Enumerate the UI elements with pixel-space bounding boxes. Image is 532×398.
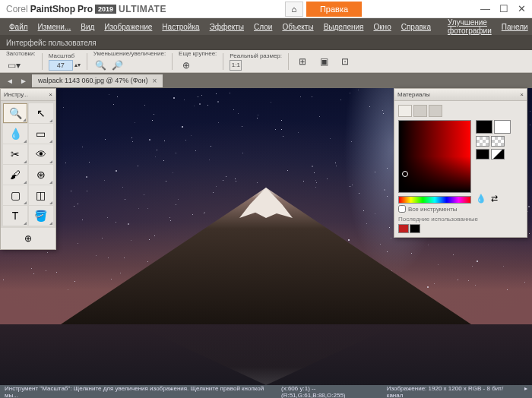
fill-tool[interactable]: 🪣 <box>29 206 53 226</box>
brand-corel: Corel <box>6 4 28 14</box>
menu-справка[interactable]: Справка <box>397 21 435 33</box>
shape-tool[interactable]: ▢ <box>3 185 27 205</box>
document-tabs: ◄ ► walpack 1143 060.jpg @ 47% (Фон) × <box>0 73 532 88</box>
menu-изображение[interactable]: Изображение <box>100 21 157 33</box>
actual-size-icon[interactable]: 1:1 <box>230 60 242 71</box>
all-tools-checkbox[interactable] <box>398 205 406 213</box>
zoom-tool[interactable]: 🔍 <box>3 103 27 123</box>
zoom-label: Масштаб <box>49 52 81 59</box>
menu-улучшение-фотографии[interactable]: Улучшение фотографии <box>443 17 496 36</box>
interface-bar: Интерфейс пользователя <box>0 35 532 50</box>
materials-panel-title: Материалы <box>397 91 430 98</box>
status-bar: Инструмент "Масштаб": Щелкните для увели… <box>0 385 532 398</box>
home-button[interactable]: ⌂ <box>285 2 303 17</box>
brush-tool[interactable]: 🖌 <box>3 165 27 185</box>
select-tool[interactable]: ▭ <box>29 124 53 144</box>
recent-color-swatch[interactable] <box>410 224 420 233</box>
menu-файл[interactable]: Файл <box>5 21 33 33</box>
status-tool-hint: Инструмент "Масштаб": Щелкните для увели… <box>5 385 277 399</box>
interface-label: Интерфейс пользователя <box>6 39 97 47</box>
zoom-input[interactable]: 47 <box>49 60 73 71</box>
text-tool[interactable]: T <box>3 206 27 226</box>
crop-tool[interactable]: ✂ <box>3 144 27 164</box>
workspace-tab-edit[interactable]: Правка <box>306 2 362 17</box>
materials-tab-frame[interactable] <box>398 105 412 117</box>
workspace: Инстру... × 🔍↖💧▭✂👁🖌⊛▢◫T🪣 ⊕ Материалы × <box>0 88 532 385</box>
maximize-button[interactable]: ☐ <box>499 3 508 14</box>
tab-prev-icon[interactable]: ◄ <box>5 77 15 85</box>
texture2-swatch[interactable] <box>491 136 505 147</box>
all-tools-label: Все инструменты <box>408 206 458 213</box>
zoomctl-label: Уменьшение/увеличение: <box>93 50 166 57</box>
brand-pro: Pro <box>78 4 93 14</box>
eyedropper-tool[interactable]: 💧 <box>3 124 27 144</box>
redeye-tool[interactable]: 👁 <box>29 144 53 164</box>
options-bar: Заготовки: ▭▾ Масштаб 47 ▴▾ Уменьшение/у… <box>0 50 532 73</box>
mini-fg-swatch[interactable] <box>476 149 489 160</box>
tools-panel: Инстру... × 🔍↖💧▭✂👁🖌⊛▢◫T🪣 ⊕ <box>0 88 56 250</box>
brand-paintshop: PaintShop <box>30 4 75 14</box>
fit2-icon[interactable]: ▣ <box>316 54 331 69</box>
background-swatch[interactable] <box>494 120 511 134</box>
zoom-in-icon[interactable]: 🔎 <box>110 58 125 73</box>
recent-color-swatch[interactable] <box>398 224 409 233</box>
menu-эффекты[interactable]: Эффекты <box>205 21 249 33</box>
erase-tool[interactable]: ◫ <box>29 185 53 205</box>
tools-panel-close-icon[interactable]: × <box>49 91 52 98</box>
menu-слои[interactable]: Слои <box>249 21 277 33</box>
document-tab-label: walpack 1143 060.jpg @ 47% (Фон) <box>38 77 148 84</box>
materials-tab-rainbow[interactable] <box>413 105 427 117</box>
document-tab[interactable]: walpack 1143 060.jpg @ 47% (Фон) × <box>32 74 163 87</box>
menu-выделения[interactable]: Выделения <box>319 21 369 33</box>
hue-slider[interactable] <box>398 196 471 204</box>
menu-настройка[interactable]: Настройка <box>157 21 204 33</box>
app-title: Corel PaintShop Pro 2019 ULTIMATE <box>6 4 166 14</box>
fit-icon[interactable]: ⊞ <box>295 54 310 69</box>
close-button[interactable]: ✕ <box>518 3 526 14</box>
menu-окно[interactable]: Окно <box>369 21 395 33</box>
menu-вид[interactable]: Вид <box>76 21 99 33</box>
zoom-more-icon[interactable]: ⊕ <box>179 58 194 73</box>
materials-panel-close-icon[interactable]: × <box>520 91 524 98</box>
menu-bar: ФайлИзмени...ВидИзображениеНастройкаЭффе… <box>0 18 532 35</box>
swap-icon[interactable]: ⇄ <box>491 194 498 204</box>
materials-panel: Материалы × <box>394 88 527 238</box>
clone-tool[interactable]: ⊛ <box>29 165 53 185</box>
texture-swatch[interactable] <box>476 136 489 147</box>
pointer-tool[interactable]: ↖ <box>29 103 53 123</box>
tools-panel-title: Инстру... <box>4 91 28 98</box>
tool-more-icon[interactable]: ⊕ <box>21 231 36 246</box>
tab-close-icon[interactable]: × <box>153 77 157 85</box>
menu-панели[interactable]: Панели <box>497 21 532 33</box>
recent-colors-label: Последние использованные <box>398 216 523 223</box>
brand-edition: ULTIMATE <box>119 4 166 14</box>
actual-label: Реальный размер: <box>230 52 282 59</box>
presets-label: Заготовки: <box>6 50 36 57</box>
status-image-info: Изображение: 1920 x 1200 x RGB - 8 бит/к… <box>387 385 518 399</box>
foreground-swatch[interactable] <box>476 120 492 134</box>
swap-colors-icon[interactable] <box>491 149 505 160</box>
minimize-button[interactable]: — <box>480 3 490 14</box>
materials-tab-swatches[interactable] <box>429 105 442 117</box>
brand-year: 2019 <box>95 5 116 14</box>
menu-измени...[interactable]: Измени... <box>33 21 76 33</box>
presets-dropdown[interactable]: ▭▾ <box>6 58 21 73</box>
dropper-icon[interactable]: 💧 <box>476 194 486 204</box>
color-picker[interactable] <box>398 120 471 193</box>
status-expand-icon[interactable]: ▸ <box>524 385 527 399</box>
tab-next-icon[interactable]: ► <box>18 77 29 85</box>
status-position: (x:606 y:1) -- (R:51,G:61,B:88,O:255) <box>281 385 381 399</box>
fit3-icon[interactable]: ⊡ <box>337 54 353 69</box>
more-label: Еще крупнее: <box>179 50 217 57</box>
menu-объекты[interactable]: Объекты <box>277 21 318 33</box>
zoom-out-icon[interactable]: 🔍 <box>93 58 109 73</box>
